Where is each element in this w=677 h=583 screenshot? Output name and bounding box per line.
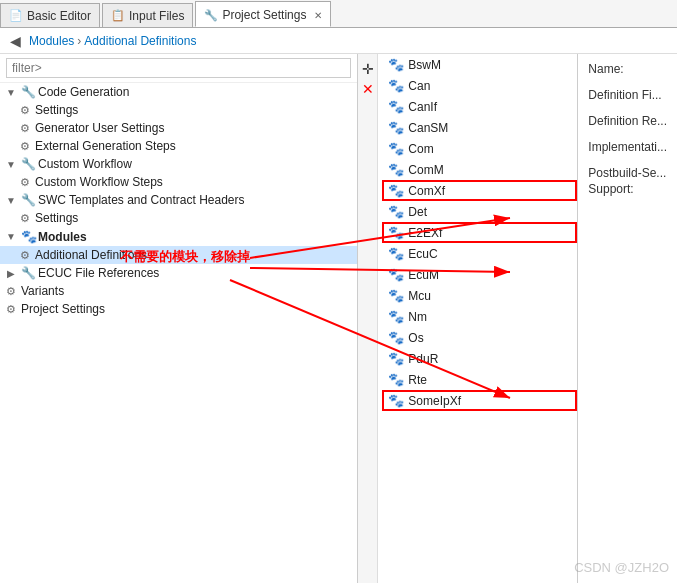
module-item-e2exf[interactable]: 🐾 E2EXf xyxy=(382,222,577,243)
module-icon: 🐾 xyxy=(388,57,404,72)
prop-name-label: Name: xyxy=(588,62,667,76)
tree-item-project-settings[interactable]: ⚙ Project Settings xyxy=(0,300,357,318)
tree-item-variants[interactable]: ⚙ Variants xyxy=(0,282,357,300)
module-item-ecuc[interactable]: 🐾 EcuC xyxy=(382,243,577,264)
expand-arrow-icon: ▼ xyxy=(4,231,18,242)
module-label: ComM xyxy=(408,163,443,177)
tab-basic-editor[interactable]: 📄 Basic Editor xyxy=(0,3,100,27)
module-icon: 🐾 xyxy=(388,288,404,303)
module-label: ComXf xyxy=(408,184,445,198)
module-item-someipxf[interactable]: 🐾 SomeIpXf xyxy=(382,390,577,411)
tree-item-external-gen[interactable]: ⚙ External Generation Steps xyxy=(0,137,357,155)
tab-bar: 📄 Basic Editor 📋 Input Files 🔧 Project S… xyxy=(0,0,677,28)
tab-project-settings-label: Project Settings xyxy=(222,8,306,22)
tree-item-additional-definitions[interactable]: ⚙ Additional Definitions xyxy=(0,246,357,264)
add-module-button[interactable]: ✛ xyxy=(359,60,377,78)
tree-label: ECUC File References xyxy=(38,266,159,280)
module-item-bswm[interactable]: 🐾 BswM xyxy=(382,54,577,75)
tree-item-settings1[interactable]: ⚙ Settings xyxy=(0,101,357,119)
expand-arrow-icon: ▶ xyxy=(4,268,18,279)
module-icon: 🐾 xyxy=(388,309,404,324)
module-label: Mcu xyxy=(408,289,431,303)
expand-arrow-icon: ▼ xyxy=(4,195,18,206)
module-icon: 🐾 xyxy=(21,229,35,244)
tree-label: External Generation Steps xyxy=(35,139,176,153)
tree-item-ecuc-file[interactable]: ▶ 🔧 ECUC File References xyxy=(0,264,357,282)
module-item-nm[interactable]: 🐾 Nm xyxy=(382,306,577,327)
tree-item-swc-templates[interactable]: ▼ 🔧 SWC Templates and Contract Headers xyxy=(0,191,357,209)
module-label: BswM xyxy=(408,58,441,72)
module-icon: 🐾 xyxy=(388,246,404,261)
module-item-can[interactable]: 🐾 Can xyxy=(382,75,577,96)
module-label: Nm xyxy=(408,310,427,324)
tree-item-code-generation[interactable]: ▼ 🔧 Code Generation xyxy=(0,83,357,101)
middle-toolbar: ✛ ✕ xyxy=(358,54,378,583)
module-label: EcuM xyxy=(408,268,439,282)
module-item-det[interactable]: 🐾 Det xyxy=(382,201,577,222)
module-item-comm[interactable]: 🐾 ComM xyxy=(382,159,577,180)
project-settings-icon: 🔧 xyxy=(204,9,218,22)
module-icon: 🐾 xyxy=(388,141,404,156)
remove-module-button[interactable]: ✕ xyxy=(359,80,377,98)
gear-icon: ⚙ xyxy=(18,104,32,117)
module-icon: 🐾 xyxy=(388,393,404,408)
prop-def-ref-label: Definition Re... xyxy=(588,114,667,128)
breadcrumb-separator: › xyxy=(77,34,81,48)
module-label: E2EXf xyxy=(408,226,442,240)
breadcrumb-modules[interactable]: Modules xyxy=(29,34,74,48)
module-item-rte[interactable]: 🐾 Rte xyxy=(382,369,577,390)
module-icon: 🐾 xyxy=(388,78,404,93)
gear-icon: ⚙ xyxy=(18,122,32,135)
filter-bar xyxy=(0,54,357,83)
watermark: CSDN @JZH2O xyxy=(574,560,669,575)
filter-input[interactable] xyxy=(6,58,351,78)
prop-support-label: Support: xyxy=(588,182,667,196)
tree-label: Settings xyxy=(35,103,78,117)
module-label: Det xyxy=(408,205,427,219)
module-item-os[interactable]: 🐾 Os xyxy=(382,327,577,348)
gear-icon: ⚙ xyxy=(18,176,32,189)
module-item-mcu[interactable]: 🐾 Mcu xyxy=(382,285,577,306)
module-label: Os xyxy=(408,331,423,345)
folder-icon: 🔧 xyxy=(21,193,35,207)
prop-def-file-label: Definition Fi... xyxy=(588,88,667,102)
module-item-com[interactable]: 🐾 Com xyxy=(382,138,577,159)
basic-editor-icon: 📄 xyxy=(9,9,23,22)
tree-item-settings2[interactable]: ⚙ Settings xyxy=(0,209,357,227)
gear-icon: ⚙ xyxy=(4,303,18,316)
tree-label: Settings xyxy=(35,211,78,225)
module-item-ecum[interactable]: 🐾 EcuM xyxy=(382,264,577,285)
main-layout: ▼ 🔧 Code Generation ⚙ Settings ⚙ Generat… xyxy=(0,54,677,583)
tree-label: Generator User Settings xyxy=(35,121,164,135)
expand-arrow-icon: ▼ xyxy=(4,159,18,170)
prop-impl: Implementati... xyxy=(588,140,667,156)
tab-input-files[interactable]: 📋 Input Files xyxy=(102,3,193,27)
tab-basic-editor-label: Basic Editor xyxy=(27,9,91,23)
breadcrumb-additional-definitions[interactable]: Additional Definitions xyxy=(84,34,196,48)
module-list-panel: 🐾 BswM 🐾 Can 🐾 CanIf 🐾 CanSM xyxy=(378,54,578,583)
module-item-comxf[interactable]: 🐾 ComXf xyxy=(382,180,577,201)
tree-item-modules[interactable]: ▼ 🐾 Modules xyxy=(0,227,357,246)
module-label: SomeIpXf xyxy=(408,394,461,408)
module-label: PduR xyxy=(408,352,438,366)
tree-item-custom-workflow-steps[interactable]: ⚙ Custom Workflow Steps xyxy=(0,173,357,191)
module-item-cansm[interactable]: 🐾 CanSM xyxy=(382,117,577,138)
tab-project-settings[interactable]: 🔧 Project Settings ✕ xyxy=(195,1,331,27)
module-label: CanSM xyxy=(408,121,448,135)
folder-icon: 🔧 xyxy=(21,157,35,171)
folder-icon: 🔧 xyxy=(21,85,35,99)
module-icon: 🐾 xyxy=(388,162,404,177)
module-item-pdur[interactable]: 🐾 PduR xyxy=(382,348,577,369)
tree-item-custom-workflow[interactable]: ▼ 🔧 Custom Workflow xyxy=(0,155,357,173)
prop-postbuild: Postbuild-Se... Support: xyxy=(588,166,667,198)
breadcrumb-back-button[interactable]: ◀ xyxy=(6,31,25,51)
gear-icon: ⚙ xyxy=(18,249,32,262)
main-container: 📄 Basic Editor 📋 Input Files 🔧 Project S… xyxy=(0,0,677,583)
tree-item-gen-user-settings[interactable]: ⚙ Generator User Settings xyxy=(0,119,357,137)
tree-label: Project Settings xyxy=(21,302,105,316)
tab-close-button[interactable]: ✕ xyxy=(314,10,322,21)
module-icon: 🐾 xyxy=(388,120,404,135)
module-icon: 🐾 xyxy=(388,183,404,198)
module-item-canif[interactable]: 🐾 CanIf xyxy=(382,96,577,117)
prop-impl-label: Implementati... xyxy=(588,140,667,154)
